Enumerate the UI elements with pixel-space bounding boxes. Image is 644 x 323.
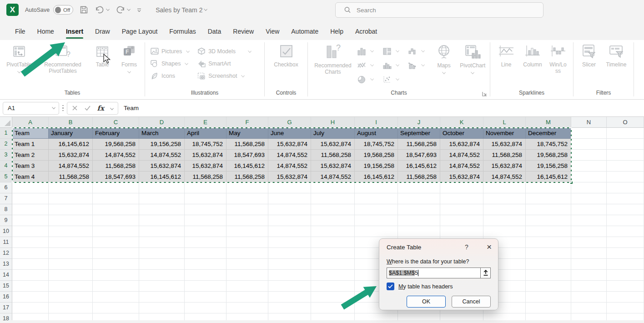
cell-M13[interactable] <box>526 259 571 270</box>
column-header-D[interactable]: D <box>139 117 185 128</box>
cell-N10[interactable] <box>571 226 607 237</box>
waterfall-chart-dropdown-icon[interactable] <box>421 49 425 52</box>
cell-L3[interactable]: 11,568,258 <box>483 150 526 161</box>
cell-B15[interactable] <box>49 281 93 292</box>
cell-E15[interactable] <box>185 281 226 292</box>
cell-K18[interactable] <box>440 313 483 320</box>
cell-H14[interactable] <box>311 270 355 281</box>
screenshot-button[interactable]: Screenshot <box>196 70 253 82</box>
pivottable-button[interactable]: PivotTable <box>2 42 36 73</box>
cell-O7[interactable] <box>607 193 644 204</box>
screenshot-dropdown-icon[interactable] <box>241 74 245 77</box>
cell-C4[interactable]: 11,568,258 <box>93 161 139 172</box>
cell-O11[interactable] <box>607 237 644 248</box>
cell-F17[interactable] <box>226 303 268 313</box>
cell-F7[interactable] <box>226 193 268 204</box>
cell-B17[interactable] <box>49 303 93 313</box>
cell-C14[interactable] <box>93 270 139 281</box>
cell-D10[interactable] <box>139 226 185 237</box>
cell-D1[interactable]: March <box>139 128 185 139</box>
pie-chart-button[interactable] <box>353 76 379 84</box>
row-header-10[interactable]: 10 <box>0 226 12 237</box>
row-header-5[interactable]: 5 <box>0 172 12 182</box>
cell-H17[interactable] <box>311 303 355 313</box>
cell-D17[interactable] <box>139 303 185 313</box>
row-header-1[interactable]: 1 <box>0 128 12 139</box>
redo-button[interactable] <box>116 5 130 15</box>
cell-D2[interactable]: 19,156,258 <box>139 139 185 150</box>
cell-H9[interactable] <box>311 215 355 226</box>
tab-data[interactable]: Data <box>202 24 227 39</box>
treemap-chart-dropdown-icon[interactable] <box>396 49 399 52</box>
cell-J1[interactable]: September <box>398 128 440 139</box>
redo-dropdown-icon[interactable] <box>127 7 131 11</box>
cell-E3[interactable]: 15,632,874 <box>185 150 226 161</box>
cell-B3[interactable]: 15,632,874 <box>49 150 93 161</box>
cell-E14[interactable] <box>185 270 226 281</box>
pictures-dropdown-icon[interactable] <box>186 49 190 53</box>
cell-F16[interactable] <box>226 292 268 303</box>
row-header-7[interactable]: 7 <box>0 193 12 204</box>
cell-D16[interactable] <box>139 292 185 303</box>
charts-dialog-launcher-icon[interactable] <box>482 91 487 96</box>
cell-C13[interactable] <box>93 259 139 270</box>
cell-D11[interactable] <box>139 237 185 248</box>
cell-J10[interactable] <box>398 226 440 237</box>
cell-A18[interactable] <box>12 313 49 320</box>
cell-C7[interactable] <box>93 193 139 204</box>
tab-page-layout[interactable]: Page Layout <box>116 24 164 39</box>
cell-E2[interactable]: 18,745,752 <box>185 139 226 150</box>
cell-G17[interactable] <box>268 303 311 313</box>
cell-A14[interactable] <box>12 270 49 281</box>
cell-I7[interactable] <box>355 193 398 204</box>
cell-B2[interactable]: 16,145,612 <box>49 139 93 150</box>
cell-K5[interactable]: 15,632,874 <box>440 172 483 182</box>
column-header-F[interactable]: F <box>226 117 268 128</box>
pivotchart-button[interactable]: PivotChart <box>455 42 490 74</box>
cell-D7[interactable] <box>139 193 185 204</box>
cell-E18[interactable] <box>185 313 226 320</box>
cell-I3[interactable]: 19,568,258 <box>355 150 398 161</box>
scatter-chart-button[interactable] <box>379 76 404 84</box>
cell-A17[interactable] <box>12 303 49 313</box>
cell-M1[interactable]: December <box>526 128 571 139</box>
cell-N7[interactable] <box>571 193 607 204</box>
cell-H4[interactable]: 15,632,874 <box>311 161 355 172</box>
name-box[interactable]: A1 <box>3 102 59 115</box>
cell-M8[interactable] <box>526 204 571 215</box>
column-header-A[interactable]: A <box>12 117 49 128</box>
cell-F15[interactable] <box>226 281 268 292</box>
cell-L2[interactable]: 15,632,874 <box>483 139 526 150</box>
cell-L6[interactable] <box>483 182 526 193</box>
tab-insert[interactable]: Insert <box>60 24 89 39</box>
cell-I9[interactable] <box>355 215 398 226</box>
cell-G9[interactable] <box>268 215 311 226</box>
cell-E1[interactable]: April <box>185 128 226 139</box>
cell-A11[interactable] <box>12 237 49 248</box>
cell-H18[interactable] <box>311 313 355 320</box>
line-chart-dropdown-icon[interactable] <box>370 63 374 66</box>
cell-A5[interactable]: Team 4 <box>12 172 49 182</box>
cell-G15[interactable] <box>268 281 311 292</box>
cell-N1[interactable] <box>571 128 607 139</box>
waterfall-chart-button[interactable] <box>404 47 430 56</box>
row-header-13[interactable]: 13 <box>0 259 12 270</box>
cell-M18[interactable] <box>526 313 571 320</box>
cell-F2[interactable]: 11,568,258 <box>226 139 268 150</box>
undo-button[interactable] <box>95 5 109 15</box>
cell-C18[interactable] <box>93 313 139 320</box>
cell-N9[interactable] <box>571 215 607 226</box>
cell-G10[interactable] <box>268 226 311 237</box>
cell-D13[interactable] <box>139 259 185 270</box>
cell-H13[interactable] <box>311 259 355 270</box>
tab-help[interactable]: Help <box>324 24 349 39</box>
scatter-chart-dropdown-icon[interactable] <box>396 77 399 81</box>
cell-M9[interactable] <box>526 215 571 226</box>
cell-L8[interactable] <box>483 204 526 215</box>
column-header-O[interactable]: O <box>607 117 644 128</box>
select-all-corner[interactable] <box>0 117 12 128</box>
cell-D18[interactable] <box>139 313 185 320</box>
cell-G4[interactable]: 14,874,552 <box>268 161 311 172</box>
cell-D14[interactable] <box>139 270 185 281</box>
cell-A1[interactable]: Team <box>12 128 49 139</box>
